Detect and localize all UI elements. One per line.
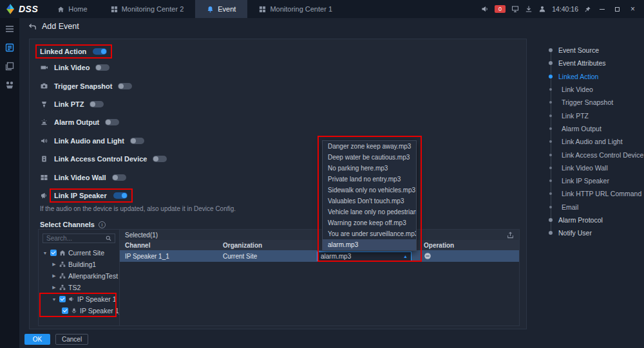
step-event-attributes[interactable]: Event Attributes	[549, 57, 644, 69]
alarm-count-badge[interactable]: 0	[495, 5, 506, 13]
dropdown-option[interactable]: Sidewalk only no vehicles.mp3	[323, 185, 416, 196]
monitor-grid-icon	[111, 6, 118, 13]
link-ptz-toggle[interactable]	[90, 101, 104, 107]
tree-node-ip-speaker-1[interactable]: ▼ IP Speaker 1	[39, 293, 119, 305]
event-config-icon[interactable]	[5, 42, 15, 53]
tree-node-allenparkingtest[interactable]: ▶ AllenparkingTest	[39, 270, 119, 282]
tab-event[interactable]: Event	[195, 0, 247, 18]
collapse-icon[interactable]: ▼	[43, 251, 48, 255]
checkbox-ip-speaker-1[interactable]	[59, 296, 66, 302]
checkbox-current-site[interactable]	[50, 250, 57, 256]
step-navigation: Event Source Event Attributes Linked Act…	[541, 35, 644, 348]
dropdown-option[interactable]: Deep water be cautious.mp3	[323, 152, 416, 163]
dropdown-option[interactable]: Danger zone keep away.mp3	[323, 141, 416, 152]
step-dot	[549, 48, 553, 52]
step-dot	[549, 61, 553, 65]
expand-icon[interactable]: ▶	[52, 273, 57, 279]
step-notify-user[interactable]: Notify User	[549, 226, 644, 239]
step-label: Alarm Protocol	[558, 216, 603, 224]
pin-icon[interactable]	[584, 6, 591, 13]
step-linked-action[interactable]: Linked Action	[549, 70, 644, 83]
dropdown-option[interactable]: You are under surveillance.mp3	[323, 228, 416, 239]
tree-node-ip-speaker-1-1[interactable]: IP Speaker 1_1	[39, 305, 119, 316]
tree-node-current-site[interactable]: ▼ Current Site	[39, 247, 119, 259]
back-icon[interactable]	[28, 23, 37, 31]
step-link-video-wall[interactable]: Link Video Wall	[549, 161, 644, 174]
link-label: Link Access Control Device	[54, 155, 147, 163]
monitor-grid-icon	[259, 6, 266, 13]
volume-icon[interactable]	[481, 5, 489, 13]
access-control-icon	[40, 155, 48, 163]
tab-monitoring-center-2[interactable]: Monitoring Center 2	[99, 0, 196, 18]
step-link-video[interactable]: Link Video	[549, 83, 644, 96]
link-video-toggle[interactable]	[95, 64, 109, 71]
ok-button[interactable]: OK	[24, 334, 50, 345]
user-icon[interactable]	[538, 5, 546, 13]
expand-icon[interactable]: ▶	[52, 285, 57, 290]
search-input[interactable]	[46, 235, 103, 242]
maximize-button[interactable]	[612, 4, 622, 14]
close-icon: ×	[630, 5, 635, 14]
cell-organization: Current Site	[218, 253, 317, 260]
table-header-row: Channel Organization Operation	[120, 240, 519, 250]
dropdown-option[interactable]: No parking here.mp3	[323, 163, 416, 174]
checkbox-ip-speaker-1-1[interactable]	[62, 307, 68, 314]
tree-node-building1[interactable]: ▶ Building1	[39, 259, 119, 270]
audio-file-select[interactable]: alarm.mp3 ▲	[317, 252, 412, 261]
dropdown-option[interactable]: Valuables Don't touch.mp3	[323, 196, 416, 206]
alarm-output-toggle[interactable]	[105, 119, 119, 125]
expand-icon[interactable]: ▶	[52, 262, 57, 267]
step-trigger-snapshot[interactable]: Trigger Snapshot	[549, 96, 644, 109]
step-link-ptz[interactable]: Link PTZ	[549, 109, 644, 122]
ptz-icon	[40, 100, 48, 108]
table-row[interactable]: IP Speaker 1_1 Current Site alarm.mp3 ▲	[120, 250, 519, 262]
resource-icon[interactable]	[5, 61, 15, 71]
step-email[interactable]: Email	[549, 201, 644, 214]
video-wall-icon	[40, 174, 48, 181]
step-dot	[549, 127, 552, 130]
dropdown-option[interactable]: Warning zone keep off.mp3	[323, 217, 416, 228]
step-link-http-url[interactable]: Link HTTP URL Command	[549, 187, 644, 200]
step-alarm-protocol[interactable]: Alarm Protocol	[549, 214, 644, 226]
download-icon[interactable]	[525, 5, 533, 13]
close-button[interactable]: ×	[628, 4, 638, 14]
menu-icon[interactable]	[5, 24, 15, 34]
trigger-snapshot-toggle[interactable]	[118, 83, 132, 89]
tab-label: Monitoring Center 2	[122, 5, 184, 13]
step-alarm-output[interactable]: Alarm Output	[549, 122, 644, 135]
tab-monitoring-center-1[interactable]: Monitoring Center 1	[247, 0, 344, 18]
site-icon	[59, 250, 66, 256]
linked-action-toggle[interactable]	[93, 48, 107, 55]
step-label: Link Audio and Light	[562, 138, 623, 145]
video-wall-toggle[interactable]	[112, 174, 126, 181]
info-icon[interactable]: i	[99, 221, 106, 228]
dropdown-option[interactable]: Vehicle lane only no pedestrians.mp3	[323, 206, 416, 217]
step-event-source[interactable]: Event Source	[549, 44, 644, 57]
clock: 14:40:16	[552, 5, 578, 13]
dropdown-option[interactable]: Private land no entry.mp3	[323, 174, 416, 185]
export-icon[interactable]	[507, 232, 514, 239]
audio-light-toggle[interactable]	[130, 138, 144, 144]
step-link-access-control[interactable]: Link Access Control Device	[549, 148, 644, 161]
event-bell-icon	[207, 6, 214, 13]
step-link-ip-speaker[interactable]: Link IP Speaker	[549, 174, 644, 187]
linked-action-label: Linked Action	[40, 48, 86, 55]
alarm-scheme-icon[interactable]	[5, 80, 15, 90]
minimize-button[interactable]	[597, 4, 607, 14]
column-header-organization: Organization	[218, 242, 317, 249]
access-control-toggle[interactable]	[153, 156, 167, 162]
snapshot-camera-icon	[40, 82, 48, 90]
step-label: Notify User	[558, 229, 592, 237]
monitor-wall-icon[interactable]	[511, 5, 519, 13]
tab-home[interactable]: Home	[46, 0, 99, 18]
link-label: Trigger Snapshot	[54, 82, 112, 90]
tree-node-ts2[interactable]: ▶ TS2	[39, 282, 119, 293]
link-row-snapshot: Trigger Snapshot	[40, 77, 526, 95]
tree-search-box	[43, 234, 115, 243]
collapse-icon[interactable]: ▼	[52, 297, 57, 302]
ip-speaker-toggle[interactable]	[113, 192, 128, 199]
dropdown-option-selected[interactable]: alarm.mp3	[323, 239, 416, 250]
remove-row-icon[interactable]	[424, 252, 431, 260]
step-link-audio-light[interactable]: Link Audio and Light	[549, 135, 644, 148]
cancel-button[interactable]: Cancel	[55, 334, 88, 345]
